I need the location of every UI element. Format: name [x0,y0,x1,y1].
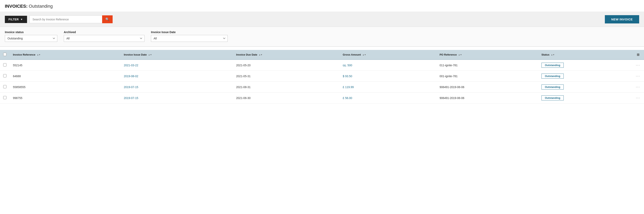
col-grid: ⊞ [632,50,644,60]
row-issue-date: 2019-07-15 [120,93,233,103]
status-label: Invoice status [5,31,57,34]
row-checkbox-cell [0,71,10,82]
page-header: INVOICES: Outstanding [0,0,644,12]
invoices-table: Invoice Reference ▲▼ Invoice Issue Date … [0,50,644,103]
issue-date-link[interactable]: 2019-08-02 [124,75,138,78]
sort-icon-po-ref: ▲▼ [458,54,462,56]
status-badge[interactable]: Outstanding [542,84,564,90]
page-title: INVOICES: Outstanding [5,4,53,9]
issue-date-link[interactable]: 2019-07-15 [124,86,138,89]
row-gross-amount: £ 119.99 [340,82,436,93]
row-checkbox[interactable] [3,96,6,99]
row-gross-amount: $ 93.50 [340,71,436,82]
table-row: 552145 2021-03-22 2021-05-20 ηη. 500 011… [0,60,644,71]
filter-group-archived: Archived All Yes No [64,31,144,42]
row-status: Outstanding [538,71,632,82]
chevron-down-icon: ▼ [20,18,23,21]
row-checkbox-cell [0,93,10,103]
col-invoice-ref[interactable]: Invoice Reference ▲▼ [10,50,120,60]
issue-date-link[interactable]: 2021-03-22 [124,64,138,67]
row-invoice-ref: 552145 [10,60,120,71]
row-issue-date: 2019-07-15 [120,82,233,93]
search-input[interactable] [30,15,102,23]
row-actions: ··· [632,60,644,71]
table-body: 552145 2021-03-22 2021-05-20 ηη. 500 011… [0,60,644,103]
row-invoice-ref: 998755 [10,93,120,103]
col-po-ref[interactable]: PO Reference ▲▼ [436,50,538,60]
row-due-date: 2021-06-30 [233,93,340,103]
table-row: 998755 2019-07-15 2021-06-30 £ 56.00 906… [0,93,644,103]
new-invoice-button[interactable]: NEW INVOICE [605,15,639,24]
archived-select[interactable]: All Yes No [64,35,144,42]
filter-button[interactable]: FILTER ▼ [5,16,27,23]
row-checkbox-cell [0,60,10,71]
amount-link[interactable]: ηη. 500 [343,64,352,67]
row-po-ref: 001-ignite-781 [436,71,538,82]
sort-icon-status: ▲▼ [551,54,554,56]
table-header-row: Invoice Reference ▲▼ Invoice Issue Date … [0,50,644,60]
row-po-ref: 906491-2019-06-06 [436,82,538,93]
row-status: Outstanding [538,93,632,103]
row-gross-amount: £ 56.00 [340,93,436,103]
row-actions-menu[interactable]: ··· [636,63,640,67]
table-row: 64688 2019-08-02 2021-05-31 $ 93.50 001-… [0,71,644,82]
row-issue-date: 2019-08-02 [120,71,233,82]
search-button[interactable]: 🔍 [102,15,112,23]
archived-label: Archived [64,31,144,34]
row-po-ref: 906491-2019-06-06 [436,93,538,103]
amount-link[interactable]: £ 56.00 [343,96,352,100]
col-status[interactable]: Status ▲▼ [538,50,632,60]
toolbar: FILTER ▼ 🔍 NEW INVOICE [0,12,644,27]
col-due-date[interactable]: Invoice Due Date ▲▼ [233,50,340,60]
sort-icon-gross-amount: ▲▼ [362,54,366,56]
row-status: Outstanding [538,82,632,93]
row-issue-date: 2021-03-22 [120,60,233,71]
row-status: Outstanding [538,60,632,71]
sort-icon-invoice-ref: ▲▼ [37,54,40,56]
sort-icon-due-date: ▲▼ [259,54,262,56]
status-badge[interactable]: Outstanding [542,63,564,68]
date-label: Invoice Issue Date [151,31,228,34]
row-actions: ··· [632,71,644,82]
row-checkbox[interactable] [3,85,6,88]
issue-date-link[interactable]: 2019-07-15 [124,96,138,100]
row-actions: ··· [632,82,644,93]
select-all-checkbox[interactable] [3,53,6,56]
row-invoice-ref: 55858555 [10,82,120,93]
row-po-ref: 011-ignite-781 [436,60,538,71]
filter-group-status: Invoice status Outstanding Paid Overdue … [5,31,57,42]
status-select[interactable]: Outstanding Paid Overdue Draft [5,35,57,42]
table-container: Invoice Reference ▲▼ Invoice Issue Date … [0,50,644,103]
grid-icon[interactable]: ⊞ [637,53,639,56]
search-wrapper: 🔍 [30,15,112,23]
filter-group-date: Invoice Issue Date All Last 7 days Last … [151,31,228,42]
row-actions-menu[interactable]: ··· [636,96,640,100]
col-gross-amount[interactable]: Gross Amount ▲▼ [340,50,436,60]
row-due-date: 2021-08-31 [233,82,340,93]
amount-link[interactable]: $ 93.50 [343,75,352,78]
row-actions-menu[interactable]: ··· [636,85,640,89]
row-gross-amount: ηη. 500 [340,60,436,71]
row-actions-menu[interactable]: ··· [636,74,640,78]
filter-panel: Invoice status Outstanding Paid Overdue … [0,27,644,47]
row-checkbox[interactable] [3,74,6,77]
row-checkbox-cell [0,82,10,93]
row-checkbox[interactable] [3,63,6,67]
status-badge[interactable]: Outstanding [542,95,564,100]
date-select[interactable]: All Last 7 days Last 30 days Last 90 day… [151,35,228,42]
sort-icon-issue-date: ▲▼ [148,54,152,56]
row-actions: ··· [632,93,644,103]
table-row: 55858555 2019-07-15 2021-08-31 £ 119.99 … [0,82,644,93]
checkbox-header [0,50,10,60]
row-due-date: 2021-05-20 [233,60,340,71]
row-invoice-ref: 64688 [10,71,120,82]
amount-link[interactable]: £ 119.99 [343,86,354,89]
status-badge[interactable]: Outstanding [542,74,564,79]
row-due-date: 2021-05-31 [233,71,340,82]
col-issue-date[interactable]: Invoice Issue Date ▲▼ [120,50,233,60]
search-icon: 🔍 [105,17,110,21]
